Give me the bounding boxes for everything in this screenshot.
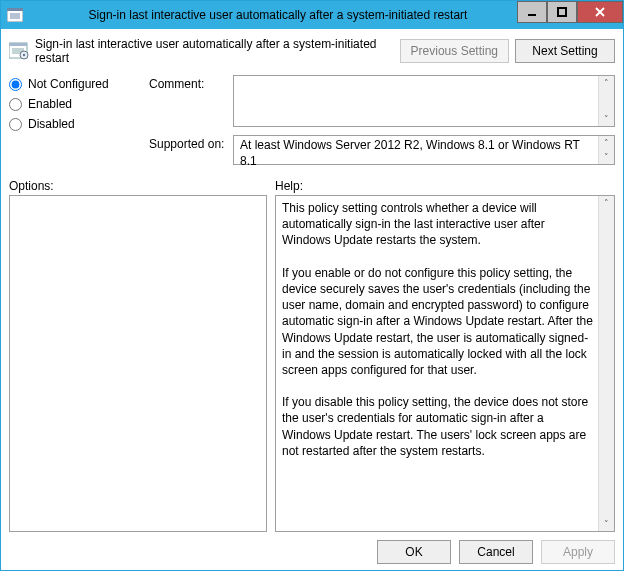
- comment-label: Comment:: [149, 75, 227, 91]
- scroll-down-icon[interactable]: ˅: [599, 150, 614, 164]
- scroll-up-icon[interactable]: ˄: [599, 136, 614, 150]
- comment-scrollbar[interactable]: ˄ ˅: [598, 76, 614, 126]
- close-button[interactable]: [577, 1, 623, 23]
- help-scrollbar[interactable]: ˄ ˅: [598, 196, 614, 531]
- radio-label: Disabled: [28, 117, 75, 131]
- supported-on-label: Supported on:: [149, 135, 227, 151]
- supported-on-value: At least Windows Server 2012 R2, Windows…: [234, 136, 614, 171]
- radio-label: Not Configured: [28, 77, 109, 91]
- options-label: Options:: [9, 179, 275, 193]
- state-radio-group: Not Configured Enabled Disabled: [9, 75, 139, 173]
- policy-icon: [9, 42, 29, 60]
- comment-box: ˄ ˅: [233, 75, 615, 127]
- radio-not-configured[interactable]: Not Configured: [9, 77, 139, 91]
- radio-enabled[interactable]: Enabled: [9, 97, 139, 111]
- apply-button[interactable]: Apply: [541, 540, 615, 564]
- window-title: Sign-in last interactive user automatica…: [29, 8, 517, 22]
- previous-setting-button[interactable]: Previous Setting: [400, 39, 509, 63]
- radio-disabled[interactable]: Disabled: [9, 117, 139, 131]
- radio-not-configured-input[interactable]: [9, 78, 22, 91]
- cancel-button[interactable]: Cancel: [459, 540, 533, 564]
- help-label: Help:: [275, 179, 303, 193]
- minimize-button[interactable]: [517, 1, 547, 23]
- scroll-up-icon[interactable]: ˄: [599, 196, 614, 210]
- next-setting-button[interactable]: Next Setting: [515, 39, 615, 63]
- comment-input[interactable]: [234, 76, 614, 126]
- help-text: This policy setting controls whether a d…: [276, 196, 614, 463]
- supported-scrollbar[interactable]: ˄ ˅: [598, 136, 614, 164]
- title-bar: Sign-in last interactive user automatica…: [1, 1, 623, 29]
- scroll-up-icon[interactable]: ˄: [599, 76, 614, 90]
- scroll-down-icon[interactable]: ˅: [599, 517, 614, 531]
- ok-button[interactable]: OK: [377, 540, 451, 564]
- svg-rect-6: [558, 8, 566, 16]
- radio-enabled-input[interactable]: [9, 98, 22, 111]
- policy-name: Sign-in last interactive user automatica…: [35, 37, 394, 65]
- scroll-down-icon[interactable]: ˅: [599, 112, 614, 126]
- help-pane: This policy setting controls whether a d…: [275, 195, 615, 532]
- maximize-button[interactable]: [547, 1, 577, 23]
- svg-rect-1: [7, 8, 23, 11]
- options-pane: [9, 195, 267, 532]
- supported-on-box: At least Windows Server 2012 R2, Windows…: [233, 135, 615, 165]
- app-icon: [1, 8, 29, 22]
- svg-rect-10: [9, 43, 27, 46]
- radio-disabled-input[interactable]: [9, 118, 22, 131]
- svg-point-15: [23, 54, 25, 56]
- radio-label: Enabled: [28, 97, 72, 111]
